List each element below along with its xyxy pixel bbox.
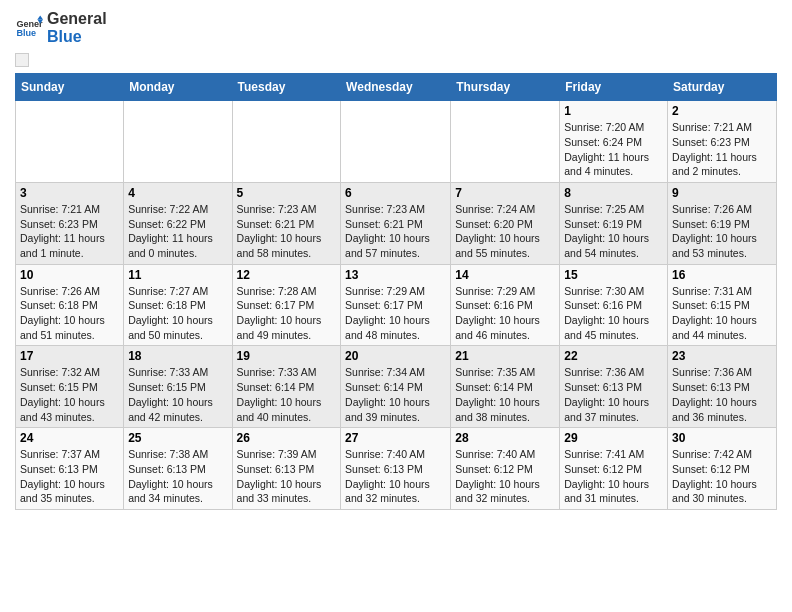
day-cell: 10Sunrise: 7:26 AM Sunset: 6:18 PM Dayli… — [16, 264, 124, 346]
day-cell: 3Sunrise: 7:21 AM Sunset: 6:23 PM Daylig… — [16, 182, 124, 264]
day-info: Sunrise: 7:27 AM Sunset: 6:18 PM Dayligh… — [128, 284, 227, 343]
header-tuesday: Tuesday — [232, 74, 341, 101]
week-row-1: 1Sunrise: 7:20 AM Sunset: 6:24 PM Daylig… — [16, 101, 777, 183]
day-number: 26 — [237, 431, 337, 445]
day-number: 20 — [345, 349, 446, 363]
day-cell: 14Sunrise: 7:29 AM Sunset: 6:16 PM Dayli… — [451, 264, 560, 346]
day-info: Sunrise: 7:31 AM Sunset: 6:15 PM Dayligh… — [672, 284, 772, 343]
day-info: Sunrise: 7:38 AM Sunset: 6:13 PM Dayligh… — [128, 447, 227, 506]
svg-text:Blue: Blue — [16, 28, 36, 38]
day-cell: 8Sunrise: 7:25 AM Sunset: 6:19 PM Daylig… — [560, 182, 668, 264]
day-cell: 9Sunrise: 7:26 AM Sunset: 6:19 PM Daylig… — [668, 182, 777, 264]
day-info: Sunrise: 7:40 AM Sunset: 6:13 PM Dayligh… — [345, 447, 446, 506]
day-number: 6 — [345, 186, 446, 200]
day-cell: 1Sunrise: 7:20 AM Sunset: 6:24 PM Daylig… — [560, 101, 668, 183]
page-header: General Blue General Blue — [15, 10, 777, 45]
logo-blue: Blue — [47, 28, 107, 46]
header-saturday: Saturday — [668, 74, 777, 101]
day-number: 1 — [564, 104, 663, 118]
day-number: 27 — [345, 431, 446, 445]
day-info: Sunrise: 7:32 AM Sunset: 6:15 PM Dayligh… — [20, 365, 119, 424]
day-info: Sunrise: 7:23 AM Sunset: 6:21 PM Dayligh… — [237, 202, 337, 261]
day-number: 18 — [128, 349, 227, 363]
day-number: 30 — [672, 431, 772, 445]
day-number: 11 — [128, 268, 227, 282]
day-cell — [124, 101, 232, 183]
svg-marker-2 — [37, 15, 43, 19]
day-number: 22 — [564, 349, 663, 363]
week-row-4: 17Sunrise: 7:32 AM Sunset: 6:15 PM Dayli… — [16, 346, 777, 428]
day-info: Sunrise: 7:26 AM Sunset: 6:19 PM Dayligh… — [672, 202, 772, 261]
day-cell: 18Sunrise: 7:33 AM Sunset: 6:15 PM Dayli… — [124, 346, 232, 428]
day-number: 28 — [455, 431, 555, 445]
logo-icon: General Blue — [15, 14, 43, 42]
day-info: Sunrise: 7:26 AM Sunset: 6:18 PM Dayligh… — [20, 284, 119, 343]
day-number: 14 — [455, 268, 555, 282]
day-cell: 13Sunrise: 7:29 AM Sunset: 6:17 PM Dayli… — [341, 264, 451, 346]
day-number: 29 — [564, 431, 663, 445]
day-cell: 11Sunrise: 7:27 AM Sunset: 6:18 PM Dayli… — [124, 264, 232, 346]
day-info: Sunrise: 7:41 AM Sunset: 6:12 PM Dayligh… — [564, 447, 663, 506]
day-info: Sunrise: 7:39 AM Sunset: 6:13 PM Dayligh… — [237, 447, 337, 506]
header-thursday: Thursday — [451, 74, 560, 101]
day-info: Sunrise: 7:21 AM Sunset: 6:23 PM Dayligh… — [672, 120, 772, 179]
day-info: Sunrise: 7:25 AM Sunset: 6:19 PM Dayligh… — [564, 202, 663, 261]
day-cell: 12Sunrise: 7:28 AM Sunset: 6:17 PM Dayli… — [232, 264, 341, 346]
day-info: Sunrise: 7:20 AM Sunset: 6:24 PM Dayligh… — [564, 120, 663, 179]
day-cell: 26Sunrise: 7:39 AM Sunset: 6:13 PM Dayli… — [232, 428, 341, 510]
day-info: Sunrise: 7:24 AM Sunset: 6:20 PM Dayligh… — [455, 202, 555, 261]
day-info: Sunrise: 7:29 AM Sunset: 6:16 PM Dayligh… — [455, 284, 555, 343]
day-number: 9 — [672, 186, 772, 200]
legend — [15, 53, 777, 67]
day-cell: 25Sunrise: 7:38 AM Sunset: 6:13 PM Dayli… — [124, 428, 232, 510]
day-number: 12 — [237, 268, 337, 282]
day-cell: 15Sunrise: 7:30 AM Sunset: 6:16 PM Dayli… — [560, 264, 668, 346]
week-row-5: 24Sunrise: 7:37 AM Sunset: 6:13 PM Dayli… — [16, 428, 777, 510]
calendar-header-row: SundayMondayTuesdayWednesdayThursdayFrid… — [16, 74, 777, 101]
day-info: Sunrise: 7:22 AM Sunset: 6:22 PM Dayligh… — [128, 202, 227, 261]
day-cell: 21Sunrise: 7:35 AM Sunset: 6:14 PM Dayli… — [451, 346, 560, 428]
day-cell: 23Sunrise: 7:36 AM Sunset: 6:13 PM Dayli… — [668, 346, 777, 428]
day-cell: 4Sunrise: 7:22 AM Sunset: 6:22 PM Daylig… — [124, 182, 232, 264]
day-cell: 28Sunrise: 7:40 AM Sunset: 6:12 PM Dayli… — [451, 428, 560, 510]
day-info: Sunrise: 7:28 AM Sunset: 6:17 PM Dayligh… — [237, 284, 337, 343]
day-info: Sunrise: 7:21 AM Sunset: 6:23 PM Dayligh… — [20, 202, 119, 261]
day-cell — [232, 101, 341, 183]
day-number: 23 — [672, 349, 772, 363]
day-number: 4 — [128, 186, 227, 200]
day-info: Sunrise: 7:34 AM Sunset: 6:14 PM Dayligh… — [345, 365, 446, 424]
day-cell: 22Sunrise: 7:36 AM Sunset: 6:13 PM Dayli… — [560, 346, 668, 428]
header-monday: Monday — [124, 74, 232, 101]
header-sunday: Sunday — [16, 74, 124, 101]
day-info: Sunrise: 7:29 AM Sunset: 6:17 PM Dayligh… — [345, 284, 446, 343]
day-info: Sunrise: 7:35 AM Sunset: 6:14 PM Dayligh… — [455, 365, 555, 424]
day-cell: 7Sunrise: 7:24 AM Sunset: 6:20 PM Daylig… — [451, 182, 560, 264]
day-info: Sunrise: 7:33 AM Sunset: 6:14 PM Dayligh… — [237, 365, 337, 424]
day-number: 24 — [20, 431, 119, 445]
day-number: 7 — [455, 186, 555, 200]
day-cell — [451, 101, 560, 183]
day-cell: 30Sunrise: 7:42 AM Sunset: 6:12 PM Dayli… — [668, 428, 777, 510]
day-cell: 17Sunrise: 7:32 AM Sunset: 6:15 PM Dayli… — [16, 346, 124, 428]
week-row-2: 3Sunrise: 7:21 AM Sunset: 6:23 PM Daylig… — [16, 182, 777, 264]
day-cell: 27Sunrise: 7:40 AM Sunset: 6:13 PM Dayli… — [341, 428, 451, 510]
day-number: 19 — [237, 349, 337, 363]
day-number: 13 — [345, 268, 446, 282]
week-row-3: 10Sunrise: 7:26 AM Sunset: 6:18 PM Dayli… — [16, 264, 777, 346]
day-number: 3 — [20, 186, 119, 200]
day-cell: 5Sunrise: 7:23 AM Sunset: 6:21 PM Daylig… — [232, 182, 341, 264]
day-number: 8 — [564, 186, 663, 200]
day-info: Sunrise: 7:36 AM Sunset: 6:13 PM Dayligh… — [564, 365, 663, 424]
calendar-table: SundayMondayTuesdayWednesdayThursdayFrid… — [15, 73, 777, 510]
day-cell: 24Sunrise: 7:37 AM Sunset: 6:13 PM Dayli… — [16, 428, 124, 510]
day-number: 21 — [455, 349, 555, 363]
day-info: Sunrise: 7:42 AM Sunset: 6:12 PM Dayligh… — [672, 447, 772, 506]
day-number: 25 — [128, 431, 227, 445]
day-cell: 29Sunrise: 7:41 AM Sunset: 6:12 PM Dayli… — [560, 428, 668, 510]
logo-general: General — [47, 10, 107, 28]
day-cell: 20Sunrise: 7:34 AM Sunset: 6:14 PM Dayli… — [341, 346, 451, 428]
day-number: 15 — [564, 268, 663, 282]
day-cell: 2Sunrise: 7:21 AM Sunset: 6:23 PM Daylig… — [668, 101, 777, 183]
day-cell — [341, 101, 451, 183]
header-friday: Friday — [560, 74, 668, 101]
